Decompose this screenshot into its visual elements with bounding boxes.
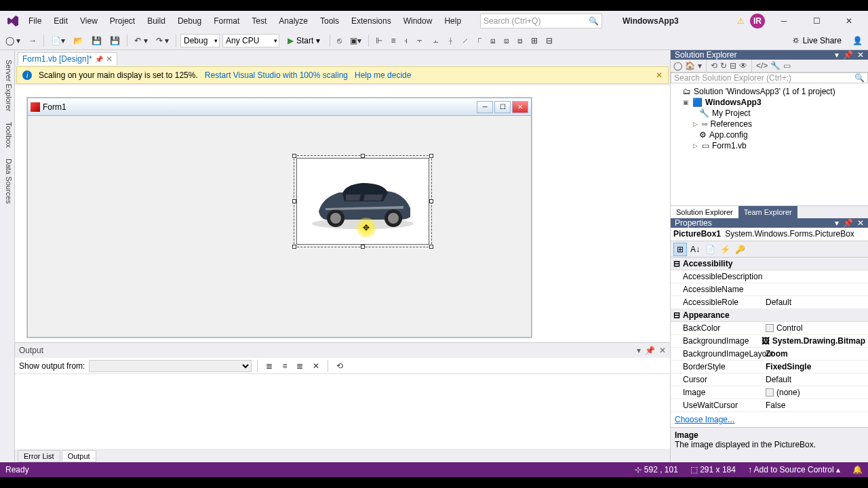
form-close-button[interactable]: ✕ bbox=[512, 101, 528, 113]
prop-close-icon[interactable]: ✕ bbox=[857, 218, 864, 228]
solution-node[interactable]: 🗂Solution 'WindowsApp3' (1 of 1 project) bbox=[672, 86, 867, 97]
help-decide-link[interactable]: Help me decide bbox=[355, 70, 411, 80]
se-home2-icon[interactable]: 🏠 bbox=[685, 61, 695, 70]
align-7[interactable]: ⟋ bbox=[458, 35, 472, 47]
undo-button[interactable]: ↶ ▾ bbox=[132, 35, 150, 47]
solution-explorer-tab[interactable]: Solution Explorer bbox=[671, 206, 738, 218]
liveshare-button[interactable]: ⛭ Live Share bbox=[787, 36, 847, 45]
restart-link[interactable]: Restart Visual Studio with 100% scaling bbox=[205, 70, 348, 80]
open-button[interactable]: 📂 bbox=[71, 35, 86, 47]
se-sync-icon[interactable]: ⟲ bbox=[711, 61, 717, 70]
platform-combo[interactable]: Any CPU bbox=[222, 34, 279, 47]
pin-icon[interactable]: 📌 bbox=[95, 56, 103, 63]
data-sources-tab[interactable]: Data Sources bbox=[0, 153, 14, 209]
align-5[interactable]: ⫠ bbox=[429, 35, 443, 47]
warning-icon[interactable]: ⚠ bbox=[737, 16, 745, 26]
error-list-tab[interactable]: Error List bbox=[18, 450, 60, 462]
prop-backgroundimage[interactable]: BackgroundImage🖼System.Drawing.Bitmap bbox=[671, 335, 868, 348]
align-13[interactable]: ⊟ bbox=[543, 35, 555, 47]
document-tab-form1[interactable]: Form1.vb [Design]*📌✕ bbox=[18, 52, 117, 65]
choose-image-link[interactable]: Choose Image... bbox=[675, 415, 734, 424]
team-explorer-tab[interactable]: Team Explorer bbox=[738, 206, 797, 218]
menu-debug[interactable]: Debug bbox=[172, 14, 207, 28]
align-1[interactable]: ⊩ bbox=[373, 35, 385, 47]
config-combo[interactable]: Debug bbox=[180, 34, 220, 47]
output-tool-5[interactable]: ⟲ bbox=[334, 360, 346, 372]
prop-image[interactable]: Image(none) bbox=[671, 386, 868, 399]
output-tool-3[interactable]: ≣ bbox=[294, 360, 306, 372]
account-icon[interactable]: 👤 bbox=[850, 35, 865, 47]
form1-body[interactable]: ✥ bbox=[28, 116, 531, 337]
solution-search[interactable]: Search Solution Explorer (Ctrl+;)🔍 bbox=[671, 73, 868, 83]
align-8[interactable]: ⟌ bbox=[475, 35, 485, 47]
se-code-icon[interactable]: </> bbox=[756, 61, 768, 70]
prop-backcolor[interactable]: BackColorControl bbox=[671, 322, 868, 335]
save-button[interactable]: 💾 bbox=[89, 35, 104, 47]
form-minimize-button[interactable]: ─ bbox=[477, 101, 493, 113]
tool-btn-1[interactable]: ⎋ bbox=[334, 35, 344, 47]
se-collapse-icon[interactable]: ⊟ bbox=[730, 61, 736, 70]
design-surface[interactable]: Form1 ─ ☐ ✕ ✥ bbox=[15, 85, 670, 342]
align-10[interactable]: ⧇ bbox=[501, 35, 512, 47]
output-tool-1[interactable]: ≣ bbox=[263, 360, 275, 372]
menu-view[interactable]: View bbox=[75, 14, 103, 28]
notifications-icon[interactable]: 🔔 bbox=[852, 465, 863, 474]
menu-window[interactable]: Window bbox=[398, 14, 438, 28]
start-button[interactable]: ▶Start ▾ bbox=[282, 35, 326, 47]
close-button[interactable]: ✕ bbox=[835, 12, 863, 30]
menu-tools[interactable]: Tools bbox=[315, 14, 344, 28]
output-pin-icon[interactable]: 📌 bbox=[645, 346, 655, 355]
align-3[interactable]: ⫞ bbox=[401, 35, 410, 47]
project-node[interactable]: ▣🟦WindowsApp3 bbox=[672, 97, 867, 108]
property-object[interactable]: PictureBox1 System.Windows.Forms.Picture… bbox=[671, 228, 868, 241]
form1-node[interactable]: ▷▭Form1.vb bbox=[672, 140, 867, 151]
server-explorer-tab[interactable]: Server Explorer bbox=[0, 54, 14, 117]
se-home-icon[interactable]: ◯ bbox=[673, 61, 682, 70]
save-all-button[interactable]: 💾 bbox=[107, 35, 123, 47]
output-dropdown-icon[interactable]: ▾ bbox=[637, 346, 641, 355]
myproject-node[interactable]: 🔧My Project bbox=[672, 108, 867, 119]
prop-cursor[interactable]: CursorDefault bbox=[671, 373, 868, 386]
category-appearance[interactable]: ⊟Appearance bbox=[671, 309, 868, 322]
menu-edit[interactable]: Edit bbox=[48, 14, 73, 28]
menu-analyze[interactable]: Analyze bbox=[273, 14, 313, 28]
new-project-button[interactable]: 📄▾ bbox=[48, 35, 68, 47]
output-tab[interactable]: Output bbox=[62, 450, 96, 462]
prop-accessiblerole[interactable]: AccessibleRoleDefault bbox=[671, 296, 868, 309]
se-refresh-icon[interactable]: ↻ bbox=[720, 61, 727, 70]
toolbox-tab[interactable]: Toolbox bbox=[0, 117, 14, 153]
prop-dropdown-icon[interactable]: ▾ bbox=[835, 218, 839, 228]
align-2[interactable]: ≡ bbox=[388, 35, 398, 47]
menu-file[interactable]: File bbox=[23, 14, 47, 28]
se-prop-icon[interactable]: ▭ bbox=[783, 61, 791, 70]
align-11[interactable]: ⧈ bbox=[515, 35, 526, 47]
menu-test[interactable]: Test bbox=[246, 14, 272, 28]
output-tool-4[interactable]: ✕ bbox=[310, 360, 322, 372]
redo-button[interactable]: ↷ ▾ bbox=[153, 35, 172, 47]
back-button[interactable]: ◯ ▾ bbox=[3, 35, 23, 47]
close-infobar-icon[interactable]: ✕ bbox=[656, 70, 663, 80]
align-9[interactable]: ⧆ bbox=[488, 35, 498, 47]
menu-help[interactable]: Help bbox=[439, 14, 467, 28]
source-control-button[interactable]: ↑ Add to Source Control ▴ bbox=[748, 465, 840, 474]
close-tab-icon[interactable]: ✕ bbox=[106, 54, 113, 64]
form-maximize-button[interactable]: ☐ bbox=[494, 101, 511, 113]
prop-accessibledescription[interactable]: AccessibleDescription bbox=[671, 270, 868, 283]
quick-search[interactable]: Search (Ctrl+Q)🔍 bbox=[480, 14, 602, 28]
prop-borderstyle[interactable]: BorderStyleFixedSingle bbox=[671, 361, 868, 373]
se-pin-icon[interactable]: 📌 bbox=[843, 50, 853, 60]
menu-build[interactable]: Build bbox=[142, 14, 171, 28]
prop-pin-icon[interactable]: 📌 bbox=[843, 218, 853, 228]
minimize-button[interactable]: ─ bbox=[770, 12, 797, 30]
appconfig-node[interactable]: ⚙App.config bbox=[672, 129, 867, 140]
se-show-icon[interactable]: 👁 bbox=[739, 61, 747, 70]
menu-format[interactable]: Format bbox=[208, 14, 245, 28]
prop-accessiblename[interactable]: AccessibleName bbox=[671, 283, 868, 296]
properties-button[interactable]: 📄 bbox=[703, 243, 717, 256]
menu-extensions[interactable]: Extensions bbox=[346, 14, 397, 28]
se-wrench-icon[interactable]: 🔧 bbox=[770, 61, 781, 70]
category-accessibility[interactable]: ⊟Accessibility bbox=[671, 258, 868, 270]
output-tool-2[interactable]: ≡ bbox=[279, 360, 290, 372]
se-dropdown-icon[interactable]: ▾ bbox=[835, 50, 839, 60]
user-avatar[interactable]: IR bbox=[750, 14, 765, 28]
